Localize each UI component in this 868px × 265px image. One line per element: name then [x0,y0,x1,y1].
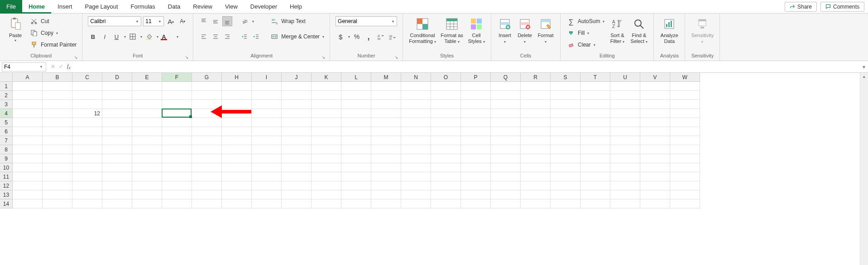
cell[interactable] [312,163,341,172]
cell[interactable] [401,91,431,100]
cell[interactable] [312,109,341,118]
cell[interactable] [640,127,670,136]
cell[interactable] [72,118,102,127]
cell[interactable] [371,172,401,181]
increase-decimal-button[interactable]: .0.00 [375,32,385,42]
column-header[interactable]: A [13,73,43,82]
row-header[interactable]: 10 [0,163,13,172]
cell[interactable] [162,190,192,199]
cell[interactable] [431,145,461,154]
increase-font-button[interactable]: A▴ [166,16,176,26]
cell[interactable] [72,82,102,91]
cell[interactable] [222,127,252,136]
cell[interactable] [222,82,252,91]
autosum-label[interactable]: AutoSum [578,18,600,24]
cell[interactable] [521,127,551,136]
cell[interactable] [521,154,551,163]
caret-icon[interactable]: ▾ [389,19,397,24]
cell[interactable] [610,199,640,208]
cell[interactable] [102,100,132,109]
cell[interactable] [72,127,102,136]
cell[interactable] [431,190,461,199]
tab-developer[interactable]: Developer [244,0,283,14]
cell[interactable] [610,100,640,109]
cell[interactable] [580,82,610,91]
cell[interactable] [371,136,401,145]
cell[interactable] [670,181,700,190]
cell[interactable] [610,154,640,163]
caret-icon[interactable]: ▾ [140,35,142,39]
cell[interactable] [132,118,162,127]
cell[interactable] [580,172,610,181]
cell[interactable] [371,145,401,154]
cell[interactable] [401,109,431,118]
cell[interactable] [192,127,222,136]
column-header[interactable]: S [551,73,580,82]
cell[interactable] [551,127,580,136]
tab-formulas[interactable]: Formulas [125,0,162,14]
cell[interactable] [491,172,521,181]
cell[interactable] [341,154,371,163]
row-header[interactable]: 4 [0,109,13,118]
cell[interactable] [521,199,551,208]
cell[interactable] [551,91,580,100]
fill-color-button[interactable] [144,32,154,42]
cell[interactable] [521,172,551,181]
column-header[interactable]: C [72,73,102,82]
cell[interactable] [461,163,491,172]
cell[interactable] [461,154,491,163]
caret-icon[interactable]: ▾ [156,19,163,24]
cell[interactable] [491,91,521,100]
cell[interactable] [640,163,670,172]
decrease-font-button[interactable]: A▾ [177,16,187,26]
cell[interactable] [72,154,102,163]
column-header[interactable]: O [431,73,461,82]
caret-icon[interactable]: ▾ [348,35,350,39]
caret-icon[interactable]: ▾ [177,35,178,39]
tab-review[interactable]: Review [187,0,219,14]
cell[interactable] [13,118,43,127]
font-name-input[interactable] [88,17,134,26]
cell[interactable] [431,199,461,208]
cell[interactable] [371,199,401,208]
cell[interactable] [312,91,341,100]
cell-styles-button[interactable]: Cell Styles ▾ [465,15,487,45]
cell[interactable] [132,163,162,172]
cell[interactable] [162,91,192,100]
cell[interactable] [551,100,580,109]
cell[interactable] [312,136,341,145]
wrap-text-label[interactable]: Wrap Text [281,18,306,24]
cell[interactable] [162,82,192,91]
cell[interactable] [222,190,252,199]
format-cells-button[interactable]: Format▾ [535,15,556,45]
dialog-launcher-icon[interactable]: ↘ [393,54,399,60]
cell[interactable] [551,163,580,172]
enter-formula-button[interactable]: ✓ [59,63,63,70]
tab-insert[interactable]: Insert [51,0,79,14]
cell[interactable] [580,145,610,154]
cell[interactable] [222,100,252,109]
cell[interactable] [491,136,521,145]
align-right-button[interactable] [222,32,232,42]
cell[interactable] [43,190,72,199]
cell[interactable] [551,199,580,208]
comments-button[interactable]: Comments [820,2,864,12]
cell[interactable] [431,136,461,145]
cancel-formula-button[interactable]: ✕ [51,63,55,70]
cell[interactable] [670,190,700,199]
cell[interactable] [192,100,222,109]
column-header[interactable]: Q [491,73,521,82]
cell[interactable] [13,91,43,100]
cell[interactable] [640,100,670,109]
cell[interactable] [401,154,431,163]
row-header[interactable]: 9 [0,154,13,163]
column-header[interactable]: H [222,73,252,82]
cell[interactable] [72,172,102,181]
cell[interactable] [222,91,252,100]
cell[interactable] [222,109,252,118]
column-header[interactable]: G [192,73,222,82]
cell[interactable] [551,181,580,190]
font-size-input[interactable] [144,17,156,26]
cell[interactable] [431,100,461,109]
cell[interactable] [102,127,132,136]
